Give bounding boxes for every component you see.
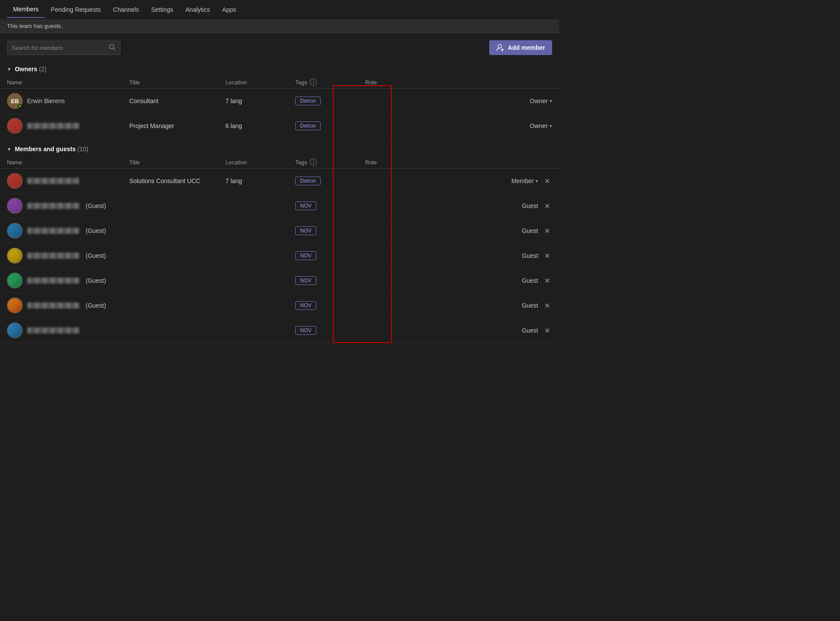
table-row: (Guest)NOVGuest✕: [0, 243, 559, 268]
member-name-cell-0: [0, 169, 122, 194]
table-row: NOVGuest✕: [0, 318, 559, 343]
nav-settings[interactable]: Settings: [145, 2, 180, 17]
role-label: Member: [512, 177, 534, 184]
nav-pending-requests[interactable]: Pending Requests: [45, 2, 107, 17]
owner-location-1: 7 lang: [218, 89, 288, 114]
avatar-3: [7, 248, 23, 264]
member-title-1: [122, 194, 218, 219]
table-row: (Guest)NOVGuest✕: [0, 219, 559, 243]
location-text: 7 lang: [225, 97, 242, 104]
member-name-cell-3: (Guest): [0, 243, 122, 268]
role-dropdown-3[interactable]: Guest: [522, 252, 538, 259]
owner-title-2: Project Manager: [122, 114, 218, 139]
tag-badge-nov[interactable]: NOV: [295, 276, 316, 285]
member-name-erwin: Erwin Bierens: [27, 97, 65, 104]
tag-badge-nov[interactable]: NOV: [295, 251, 316, 260]
nav-channels[interactable]: Channels: [107, 2, 145, 17]
member-tags-0: Detron: [288, 169, 358, 194]
member-location-5: [218, 293, 288, 318]
member-tags-6: NOV: [288, 318, 358, 343]
avatar-2: [7, 223, 23, 239]
owner-tags-2: Detron: [288, 114, 358, 139]
member-location-0: 7 lang: [218, 169, 288, 194]
tags-info-icon[interactable]: i: [310, 79, 317, 86]
role-dropdown-2[interactable]: Guest: [522, 227, 538, 234]
member-title-6: [122, 318, 218, 343]
table-row: Solutions Consultant UCC7 langDetronMemb…: [0, 169, 559, 194]
remove-member-button-0[interactable]: ✕: [542, 176, 552, 186]
owner-name-cell-2: [0, 114, 122, 139]
role-label: Guest: [522, 302, 538, 309]
owners-th-tags: Tags i: [288, 76, 358, 89]
tag-badge-detron-2[interactable]: Detron: [295, 121, 321, 130]
role-dropdown-4[interactable]: Guest: [522, 277, 538, 284]
avatar-4: [7, 273, 23, 288]
members-table: Name Title Location Tags i Role Solution…: [0, 156, 559, 343]
svg-point-2: [498, 45, 501, 48]
role-dropdown-5[interactable]: Guest: [522, 302, 538, 309]
owner-role-2: Owner ▾: [358, 114, 559, 139]
members-tags-label: Tags: [295, 159, 307, 166]
members-th-name: Name: [0, 156, 122, 169]
members-th-role: Role: [358, 156, 559, 169]
member-name-cell-4: (Guest): [0, 268, 122, 293]
members-th-title: Title: [122, 156, 218, 169]
role-dropdown-0[interactable]: Member▾: [512, 177, 538, 184]
owners-th-location: Location: [218, 76, 288, 89]
member-suffix: (Guest): [86, 202, 106, 209]
member-tags-3: NOV: [288, 243, 358, 268]
role-label: Guest: [522, 227, 538, 234]
tag-badge-detron[interactable]: Detron: [295, 177, 321, 185]
tag-badge-nov[interactable]: NOV: [295, 201, 316, 210]
role-label: Guest: [522, 202, 538, 209]
tag-badge-nov[interactable]: NOV: [295, 301, 316, 310]
owner-title-1: Consultant: [122, 89, 218, 114]
nav-members[interactable]: Members: [7, 1, 45, 18]
owner-name-cell-1: EB Erwin Bierens: [0, 89, 122, 114]
members-count: (10): [77, 146, 88, 153]
remove-member-button-6[interactable]: ✕: [542, 325, 552, 336]
members-chevron: ▼: [7, 147, 11, 152]
remove-member-button-3[interactable]: ✕: [542, 250, 552, 261]
add-member-icon: [496, 44, 504, 52]
blurred-name: [27, 253, 80, 259]
table-row: (Guest)NOVGuest✕: [0, 268, 559, 293]
location-text: 6 lang: [225, 122, 242, 129]
member-title-5: [122, 293, 218, 318]
member-name-cell-6: [0, 318, 122, 343]
owner-location-2: 6 lang: [218, 114, 288, 139]
owners-label: Owners: [15, 66, 37, 73]
member-tags-2: NOV: [288, 219, 358, 243]
role-chevron-down: ▾: [550, 123, 552, 129]
owner-role-dropdown-1[interactable]: Owner ▾: [530, 97, 552, 104]
member-tags-1: NOV: [288, 194, 358, 219]
members-tags-info-icon[interactable]: i: [310, 159, 317, 166]
table-row: EB Erwin Bierens Consultant 7 lang Detro…: [0, 89, 559, 114]
role-dropdown-1[interactable]: Guest: [522, 202, 538, 209]
member-role-1: Guest✕: [358, 194, 559, 219]
owners-section-header[interactable]: ▼ Owners (2): [0, 62, 559, 76]
nav-apps[interactable]: Apps: [216, 2, 242, 17]
remove-member-button-5[interactable]: ✕: [542, 300, 552, 311]
table-row: (Guest)NOVGuest✕: [0, 293, 559, 318]
owner-role-1: Owner ▾: [358, 89, 559, 114]
owner-tags-1: Detron: [288, 89, 358, 114]
search-box[interactable]: [7, 41, 121, 55]
tag-badge-nov[interactable]: NOV: [295, 226, 316, 235]
svg-line-1: [114, 48, 115, 50]
search-input[interactable]: [12, 45, 106, 51]
members-section-header[interactable]: ▼ Members and guests (10): [0, 142, 559, 156]
owners-th-name: Name: [0, 76, 122, 89]
remove-member-button-2[interactable]: ✕: [542, 226, 552, 236]
role-label: Guest: [522, 327, 538, 334]
nav-analytics[interactable]: Analytics: [180, 2, 216, 17]
remove-member-button-1[interactable]: ✕: [542, 201, 552, 211]
online-badge: [18, 104, 22, 108]
remove-member-button-4[interactable]: ✕: [542, 275, 552, 286]
role-dropdown-6[interactable]: Guest: [522, 327, 538, 334]
role-label: Guest: [522, 277, 538, 284]
add-member-button[interactable]: Add member: [489, 40, 552, 55]
tag-badge-nov[interactable]: NOV: [295, 326, 316, 335]
tag-badge-detron[interactable]: Detron: [295, 97, 321, 105]
owner-role-dropdown-2[interactable]: Owner ▾: [530, 122, 552, 129]
